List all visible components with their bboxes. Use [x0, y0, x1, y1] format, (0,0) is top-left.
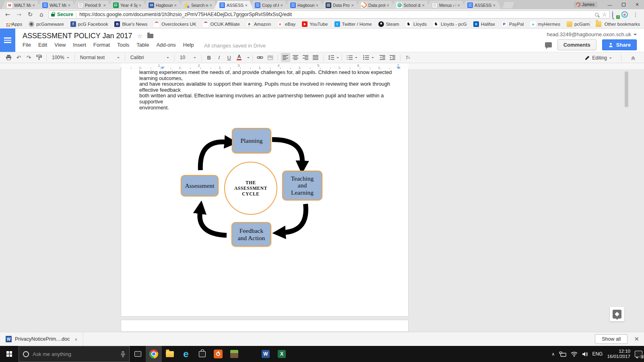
tab-close-icon[interactable]: ×	[103, 3, 106, 8]
tab-close-icon[interactable]: ×	[387, 3, 389, 8]
browser-tab[interactable]: Copy of A ×	[250, 1, 289, 9]
document-page-2[interactable]	[121, 320, 409, 332]
zoom-select[interactable]: 100%	[50, 53, 72, 62]
bookmark-item[interactable]: eBay	[277, 21, 295, 27]
menu-item[interactable]: View	[54, 42, 66, 48]
home-icon[interactable]: ⌂	[37, 11, 46, 18]
bookmark-item[interactable]: pcG Facebook	[70, 21, 108, 27]
align-center-icon[interactable]	[291, 53, 300, 62]
tab-close-icon[interactable]: ×	[281, 3, 283, 8]
bookmark-item[interactable]: Apps	[4, 21, 22, 27]
cortana-search[interactable]: Ask me anything	[19, 346, 130, 362]
insert-image-icon[interactable]	[266, 53, 275, 62]
document-page[interactable]: learning experiences meet the needs of, …	[121, 69, 409, 317]
undo-icon[interactable]: ↶	[14, 53, 23, 62]
bookmark-item[interactable]: Halifax	[473, 21, 495, 27]
secure-label[interactable]: Secure	[57, 12, 73, 17]
paint-format-icon[interactable]	[34, 53, 43, 62]
bookmark-star-icon[interactable]: ☆	[602, 11, 607, 18]
browser-tab[interactable]: Period 9 B ×	[72, 1, 111, 9]
explore-button[interactable]	[610, 307, 624, 321]
bookmark-item[interactable]: Lloyds	[406, 21, 427, 27]
text-color-icon[interactable]: A	[235, 53, 244, 62]
account-caret-icon[interactable]	[634, 34, 637, 35]
browser-tab[interactable]: WALT Mar ×	[37, 1, 76, 9]
url-text[interactable]: https://docs.google.com/document/d/1h3hz…	[79, 12, 592, 17]
browser-tab[interactable]: Hagbourn ×	[143, 1, 182, 9]
taskbar-word[interactable]: W	[258, 346, 274, 362]
taskbar-store[interactable]	[194, 346, 210, 362]
menu-item[interactable]: File	[23, 42, 31, 48]
bulleted-list-icon[interactable]	[361, 53, 371, 62]
tab-close-icon[interactable]: ×	[139, 3, 141, 8]
browser-tab[interactable]: Menus ‹ H ×	[427, 1, 466, 9]
bulleted-list-caret-icon[interactable]	[372, 57, 374, 58]
show-all-button[interactable]: Show all	[595, 334, 627, 344]
browser-tab[interactable]: School dat ×	[391, 1, 430, 9]
browser-tab[interactable]: ASSESSME ×	[214, 1, 253, 9]
language-indicator[interactable]: ENG	[592, 351, 603, 357]
wifi-icon[interactable]	[571, 352, 578, 357]
zoom-indicator-icon[interactable]	[595, 13, 599, 16]
bookmark-item[interactable]: YouTube	[302, 21, 328, 27]
browser-tab[interactable]: Year 4 Spr ×	[108, 1, 147, 9]
tab-close-icon[interactable]: ×	[210, 3, 212, 8]
bookmark-item[interactable]: pcGameware	[567, 21, 590, 27]
bookmark-item[interactable]: Lloyds - pcG	[433, 21, 467, 27]
tab-close-icon[interactable]: ×	[33, 3, 35, 8]
bookmark-item[interactable]: Blue's News	[114, 21, 147, 27]
star-document-icon[interactable]: ☆	[137, 33, 142, 40]
forward-icon[interactable]: →	[14, 11, 23, 18]
devices-icon[interactable]	[559, 352, 566, 357]
extension-search-icon[interactable]: ?	[612, 11, 619, 18]
reload-icon[interactable]: ↻	[26, 11, 35, 18]
bookmark-item[interactable]: myHermes	[530, 21, 560, 27]
browser-tab[interactable]: Data prote ×	[356, 1, 395, 9]
minimize-button[interactable]: —	[603, 0, 617, 9]
redo-icon[interactable]: ↷	[24, 53, 33, 62]
browser-tab[interactable]: WALT Mar ×	[2, 1, 41, 9]
collapse-toolbar-icon[interactable]	[628, 53, 638, 62]
taskbar-excel[interactable]: X	[274, 346, 290, 362]
tab-close-icon[interactable]: ×	[68, 3, 70, 8]
tab-close-icon[interactable]: ×	[422, 3, 425, 8]
extension-e-icon[interactable]: e	[621, 11, 628, 18]
line-spacing-caret-icon[interactable]	[336, 57, 339, 58]
tab-close-icon[interactable]: ×	[316, 3, 318, 8]
new-tab-button[interactable]	[502, 2, 514, 8]
clear-formatting-icon[interactable]: Tx	[403, 53, 413, 62]
download-caret-icon[interactable]: ∧	[74, 337, 77, 341]
italic-icon[interactable]: I	[215, 53, 224, 62]
scrollbar[interactable]	[624, 69, 629, 332]
document-title[interactable]: ASSESSMENT POLICY Jan 2017	[23, 32, 132, 40]
text-color-caret-icon[interactable]	[247, 57, 250, 58]
task-view-button[interactable]	[130, 346, 146, 362]
browser-tab[interactable]: Hagbourn ×	[285, 1, 324, 9]
menu-item[interactable]: Edit	[38, 42, 47, 48]
font-select[interactable]: Calibri	[128, 53, 171, 62]
tab-close-icon[interactable]: ×	[458, 3, 460, 8]
menu-item[interactable]: Tools	[117, 42, 129, 48]
browser-tab[interactable]: ASSESSME ×	[462, 1, 501, 9]
volume-icon[interactable]	[582, 352, 588, 357]
decrease-indent-icon[interactable]	[378, 53, 387, 62]
print-icon[interactable]	[4, 53, 13, 62]
taskbar-minecraft[interactable]	[226, 346, 242, 362]
align-right-icon[interactable]	[301, 53, 310, 62]
clock[interactable]: 12:10 16/01/2017	[607, 349, 630, 359]
bookmark-item[interactable]: pcGameware	[29, 21, 64, 27]
align-left-icon[interactable]	[281, 53, 290, 62]
taskbar-power-app[interactable]	[210, 346, 226, 362]
tab-close-icon[interactable]: ×	[493, 3, 495, 8]
tab-close-icon[interactable]: ×	[245, 3, 248, 8]
mode-select[interactable]: Editing	[582, 53, 614, 62]
insert-link-icon[interactable]	[256, 53, 265, 62]
menu-item[interactable]: Insert	[73, 42, 86, 48]
omnibox[interactable]: Secure | https://docs.google.com/documen…	[48, 10, 610, 19]
account-email[interactable]: head.3249@hagbourne.oxon.sch.uk	[547, 31, 631, 37]
share-button[interactable]: Share	[602, 39, 637, 50]
docs-home-icon[interactable]	[0, 29, 15, 52]
taskbar-chrome[interactable]	[146, 346, 162, 362]
microphone-icon[interactable]	[121, 351, 125, 357]
other-bookmarks[interactable]: Other bookmarks	[590, 21, 640, 27]
